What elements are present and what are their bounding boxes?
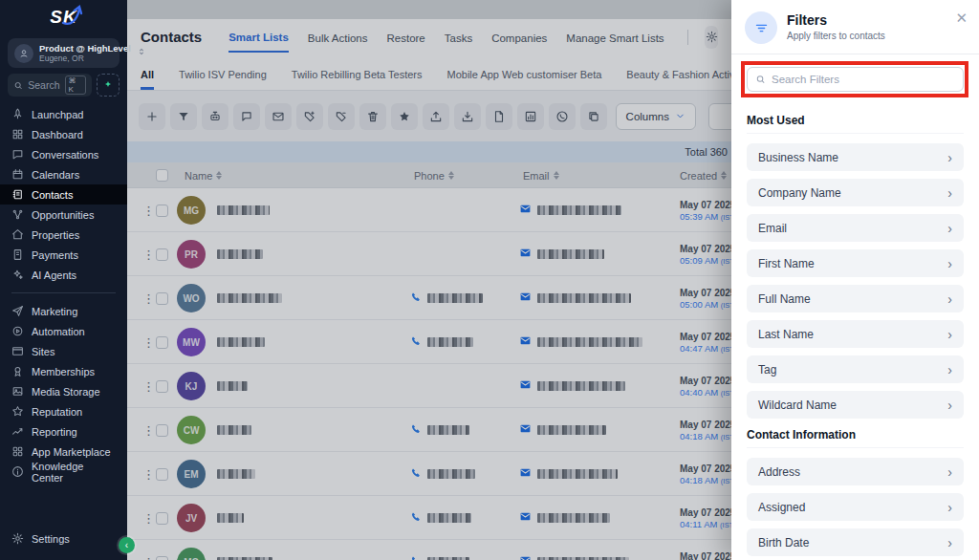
filter-item-tag[interactable]: Tag›: [747, 355, 964, 383]
table-row[interactable]: ⋮JVMay 07 202504:11 AM (IST: [127, 496, 731, 540]
tab-bulk-actions[interactable]: Bulk Actions: [308, 23, 368, 52]
filter-item-email[interactable]: Email›: [747, 214, 964, 242]
sidebar-item-knowledge-center[interactable]: Knowledge Center: [0, 462, 127, 482]
name-cell[interactable]: [217, 452, 255, 496]
column-header-created[interactable]: Created: [680, 162, 727, 188]
name-cell[interactable]: [217, 540, 272, 560]
sidebar-item-conversations[interactable]: Conversations: [0, 144, 127, 164]
ai-assistant-button[interactable]: [97, 74, 120, 97]
sidebar-collapse-button[interactable]: ‹: [119, 537, 135, 553]
filter-item-wildcard-name[interactable]: Wildcard Name›: [747, 391, 964, 419]
name-cell[interactable]: [217, 188, 270, 232]
chart-button[interactable]: [517, 103, 544, 130]
smartlist-tab-mobile-app-web-customiser-beta[interactable]: Mobile App Web customiser Beta: [447, 69, 602, 90]
whatsapp-button[interactable]: [549, 103, 576, 130]
sidebar-item-opportunities[interactable]: Opportunities: [0, 205, 127, 225]
sidebar-item-automation[interactable]: Automation: [0, 321, 127, 341]
name-cell[interactable]: [217, 408, 251, 452]
table-row[interactable]: ⋮KJMay 07 202504:40 AM (IST: [127, 364, 731, 408]
sidebar-item-memberships[interactable]: Memberships: [0, 361, 127, 381]
filter-item-last-name[interactable]: Last Name›: [747, 320, 964, 348]
star-button[interactable]: [391, 103, 418, 130]
sidebar-item-properties[interactable]: Properties: [0, 225, 127, 245]
row-menu-kebab[interactable]: ⋮: [142, 408, 155, 452]
mail-button[interactable]: [265, 103, 292, 130]
tag-plus-button[interactable]: [296, 103, 323, 130]
filter-item-full-name[interactable]: Full Name›: [747, 285, 964, 312]
select-all-checkbox[interactable]: [156, 162, 168, 188]
sidebar-item-contacts[interactable]: Contacts: [0, 184, 127, 205]
filter-search-input[interactable]: [772, 74, 955, 85]
row-checkbox[interactable]: [156, 232, 168, 276]
filter-item-first-name[interactable]: First Name›: [747, 249, 964, 277]
name-cell[interactable]: [217, 496, 244, 540]
trash-button[interactable]: [359, 103, 386, 130]
sidebar-item-reputation[interactable]: Reputation: [0, 401, 127, 421]
robot-button[interactable]: [202, 103, 228, 130]
row-checkbox[interactable]: [156, 364, 168, 408]
filter-funnel-button[interactable]: [170, 103, 197, 130]
row-menu-kebab[interactable]: ⋮: [142, 320, 155, 364]
sidebar-item-launchpad[interactable]: Launchpad: [0, 104, 127, 124]
tag-minus-button[interactable]: [328, 103, 355, 130]
row-menu-kebab[interactable]: ⋮: [142, 276, 155, 320]
tab-companies[interactable]: Companies: [491, 23, 547, 52]
column-header-email[interactable]: Email: [523, 162, 559, 188]
filter-item-business-name[interactable]: Business Name›: [747, 143, 964, 171]
sidebar-item-app-marketplace[interactable]: App Marketplace: [0, 442, 127, 462]
row-checkbox[interactable]: [156, 276, 168, 320]
sidebar-item-settings[interactable]: Settings: [0, 528, 127, 549]
sidebar-item-payments[interactable]: Payments: [0, 245, 127, 265]
plus-button[interactable]: [139, 103, 165, 130]
close-icon[interactable]: ✕: [955, 10, 968, 27]
row-menu-kebab[interactable]: ⋮: [142, 452, 155, 496]
name-cell[interactable]: [217, 364, 248, 408]
table-row[interactable]: ⋮EMMay 07 202504:18 AM (IST: [127, 452, 731, 496]
filter-search-field[interactable]: [747, 67, 964, 92]
upload-button[interactable]: [423, 103, 449, 130]
sort-icon[interactable]: [448, 171, 454, 180]
filter-item-assigned[interactable]: Assigned›: [747, 493, 964, 521]
filter-item-company-name[interactable]: Company Name›: [747, 179, 964, 206]
smartlist-tab-twilio-isv-pending[interactable]: Twilio ISV Pending: [179, 69, 267, 90]
table-row[interactable]: ⋮MCMay 07 202504:10 AM (IST: [127, 540, 731, 560]
sidebar-item-dashboard[interactable]: Dashboard: [0, 124, 127, 144]
download-button[interactable]: [454, 103, 481, 130]
sidebar-search-input[interactable]: Search ⌘ K: [8, 74, 92, 97]
column-header-name[interactable]: Name: [185, 162, 222, 188]
row-checkbox[interactable]: [156, 408, 168, 452]
sidebar-item-calendars[interactable]: Calendars: [0, 164, 127, 184]
row-menu-kebab[interactable]: ⋮: [142, 540, 155, 560]
row-menu-kebab[interactable]: ⋮: [142, 232, 155, 276]
table-row[interactable]: ⋮CWMay 07 202504:18 AM (IST: [127, 408, 731, 452]
filter-item-address[interactable]: Address›: [747, 458, 964, 485]
sort-icon[interactable]: [721, 171, 727, 180]
account-switcher[interactable]: Product @ HighLevel Eugene, OR: [8, 38, 120, 68]
row-checkbox[interactable]: [156, 496, 168, 540]
partial-hidden-button[interactable]: [708, 103, 731, 130]
row-menu-kebab[interactable]: ⋮: [142, 188, 155, 232]
sidebar-item-ai-agents[interactable]: AI Agents: [0, 265, 127, 285]
row-checkbox[interactable]: [156, 188, 168, 232]
sidebar-item-marketing[interactable]: Marketing: [0, 301, 127, 321]
smartlist-tab-all[interactable]: All: [141, 69, 154, 90]
table-row[interactable]: ⋮MWMay 07 202504:47 AM (IST: [127, 320, 731, 364]
contacts-settings-button[interactable]: [705, 26, 718, 49]
tab-manage-smart-lists[interactable]: Manage Smart Lists: [566, 23, 664, 52]
columns-dropdown[interactable]: Columns: [616, 103, 696, 130]
row-menu-kebab[interactable]: ⋮: [142, 496, 155, 540]
sort-icon[interactable]: [216, 171, 222, 180]
name-cell[interactable]: [217, 276, 282, 320]
filter-item-birth-date[interactable]: Birth Date›: [747, 528, 964, 556]
name-cell[interactable]: [217, 232, 263, 276]
table-row[interactable]: ⋮MGMay 07 202505:39 AM (IST: [127, 188, 731, 232]
row-checkbox[interactable]: [156, 320, 168, 364]
table-row[interactable]: ⋮PRMay 07 202505:09 AM (IST: [127, 232, 731, 276]
tab-tasks[interactable]: Tasks: [445, 23, 472, 52]
table-row[interactable]: ⋮WOMay 07 202505:00 AM (IST: [127, 276, 731, 320]
sidebar-item-reporting[interactable]: Reporting: [0, 421, 127, 442]
chat-button[interactable]: [233, 103, 260, 130]
row-checkbox[interactable]: [156, 540, 168, 560]
file-button[interactable]: [486, 103, 512, 130]
column-header-phone[interactable]: Phone: [414, 162, 454, 188]
